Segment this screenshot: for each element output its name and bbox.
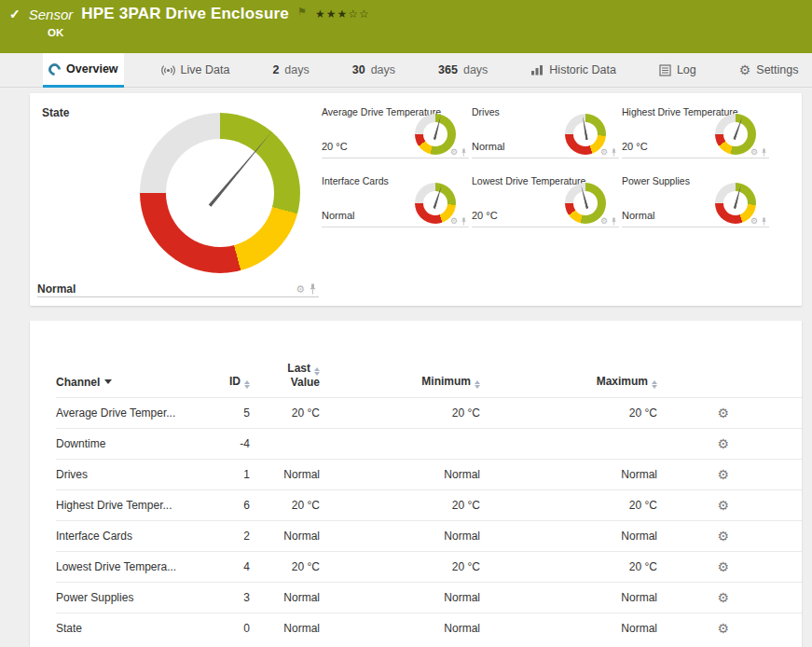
status-badge: OK [48, 27, 63, 38]
tab-overview[interactable]: Overview [43, 53, 124, 88]
page-title: HPE 3PAR Drive Enclosure [81, 5, 289, 23]
tab-2-days[interactable]: 2 days [267, 53, 314, 87]
channel-name: Drives [56, 468, 196, 481]
gear-icon[interactable]: ⚙ [450, 148, 458, 157]
channel-name: Average Drive Temper... [56, 406, 196, 420]
channel-maximum: Normal [480, 591, 657, 604]
channel-settings-icon[interactable]: ⚙ [717, 406, 729, 420]
channel-settings-icon[interactable]: ⚙ [717, 530, 729, 543]
flag-icon[interactable]: ⚑ [297, 6, 307, 18]
channel-id: 0 [196, 622, 250, 635]
gear-icon[interactable]: ⚙ [600, 148, 608, 157]
bar-chart-icon [530, 64, 544, 76]
channel-name: Power Supplies [56, 591, 196, 604]
tab-label: Overview [66, 62, 118, 76]
tab-label: Log [677, 63, 696, 76]
table-row[interactable]: Drives 1 Normal Normal Normal ⚙ [56, 459, 802, 489]
tab-historic-data[interactable]: Historic Data [525, 53, 622, 87]
gear-icon[interactable]: ⚙ [750, 148, 758, 157]
channel-settings-icon[interactable]: ⚙ [717, 591, 729, 604]
sort-descending-icon [104, 379, 112, 384]
channel-minimum: Normal [320, 530, 480, 543]
gear-icon[interactable]: ⚙ [450, 217, 458, 226]
tab-label: Settings [756, 63, 798, 76]
column-header-id[interactable]: ID [196, 375, 250, 389]
gear-icon[interactable]: ⚙ [750, 217, 758, 226]
channel-id: 2 [196, 530, 250, 543]
channel-maximum: 20 °C [480, 406, 657, 420]
table-row[interactable]: Average Drive Temper... 5 20 °C 20 °C 20… [56, 397, 802, 428]
state-gauge [140, 113, 300, 273]
pin-icon[interactable] [611, 217, 617, 226]
priority-stars[interactable]: ★★★☆☆ [315, 7, 370, 21]
column-header-minimum[interactable]: Minimum [320, 375, 480, 389]
channel-minimum: 20 °C [320, 499, 480, 512]
mini-gauge-grid: Average Drive Temperature 20 °C ⚙ Drives… [322, 104, 769, 227]
mini-gauge-label: Interface Cards [322, 173, 469, 186]
table-row[interactable]: State 0 Normal Normal Normal ⚙ [56, 613, 802, 643]
table-row[interactable]: Power Supplies 3 Normal Normal Normal ⚙ [56, 582, 802, 613]
tab-label: days [463, 63, 488, 76]
pin-icon[interactable] [309, 283, 317, 295]
state-gauge-value: Normal [37, 282, 76, 296]
channel-settings-icon[interactable]: ⚙ [717, 437, 729, 450]
channel-name: Highest Drive Temper... [56, 499, 196, 512]
table-row[interactable]: Highest Drive Temper... 6 20 °C 20 °C 20… [56, 489, 802, 520]
column-header-last-value[interactable]: Last Value [250, 362, 320, 389]
channel-minimum: 20 °C [320, 560, 480, 573]
pin-icon[interactable] [461, 217, 467, 226]
tab-365-days[interactable]: 365 days [433, 53, 493, 87]
tab-30-days[interactable]: 30 days [347, 53, 401, 87]
tab-label: days [284, 63, 309, 76]
channel-last-value: Normal [250, 468, 320, 481]
tab-settings[interactable]: ⚙ Settings [734, 53, 805, 87]
channel-table-panel: Channel ID Last Value Minimum Maximum Av… [30, 321, 802, 647]
channel-minimum: 20 °C [320, 406, 480, 420]
channel-settings-icon[interactable]: ⚙ [717, 560, 729, 573]
status-check-icon: ✓ [9, 7, 21, 21]
channel-last-value: 20 °C [250, 560, 320, 573]
sort-icon [652, 380, 657, 389]
channel-minimum: Normal [320, 622, 480, 635]
pin-icon[interactable] [761, 217, 767, 226]
channel-last-value: 20 °C [250, 499, 320, 512]
channel-settings-icon[interactable]: ⚙ [717, 468, 729, 481]
channel-settings-icon[interactable]: ⚙ [717, 622, 729, 635]
channel-minimum: Normal [320, 591, 480, 604]
mini-gauge-cell: Highest Drive Temperature 20 °C ⚙ [622, 104, 769, 158]
channel-settings-icon[interactable]: ⚙ [717, 499, 729, 512]
table-row[interactable]: Lowest Drive Tempera... 4 20 °C 20 °C 20… [56, 551, 802, 582]
gear-icon[interactable]: ⚙ [600, 217, 608, 226]
channel-id: 5 [196, 406, 250, 420]
channel-id: 3 [196, 591, 250, 604]
table-row[interactable]: Interface Cards 2 Normal Normal Normal ⚙ [56, 520, 802, 551]
channel-name: Lowest Drive Tempera... [56, 560, 196, 573]
mini-gauge-label: Lowest Drive Temperature [472, 173, 619, 186]
channel-id: 4 [196, 560, 250, 573]
mini-gauge-label: Average Drive Temperature [322, 104, 469, 117]
pin-icon[interactable] [461, 148, 467, 157]
object-kind-label: Sensor [29, 7, 74, 22]
mini-gauge-label: Power Supplies [622, 173, 769, 186]
tab-bar: Overview Live Data 2 days 30 days 365 da… [0, 53, 812, 88]
column-header-maximum[interactable]: Maximum [480, 375, 657, 389]
pin-icon[interactable] [761, 148, 767, 157]
channel-id: 1 [196, 468, 250, 481]
channel-table-header: Channel ID Last Value Minimum Maximum [56, 354, 802, 397]
mini-gauge-cell: Power Supplies Normal ⚙ [622, 173, 769, 227]
tab-live-data[interactable]: Live Data [156, 53, 236, 87]
tab-log[interactable]: Log [654, 53, 702, 87]
table-row[interactable]: Downtime -4 ⚙ [56, 428, 802, 459]
channel-last-value: Normal [250, 622, 320, 635]
tab-label: days [371, 63, 395, 76]
channel-name: Interface Cards [56, 530, 196, 543]
gear-icon[interactable]: ⚙ [296, 284, 305, 295]
channel-maximum: Normal [480, 468, 657, 481]
column-header-channel[interactable]: Channel [56, 376, 196, 389]
pin-icon[interactable] [611, 148, 617, 157]
mini-gauge-label: Highest Drive Temperature [622, 104, 769, 117]
channel-minimum: Normal [320, 468, 480, 481]
channel-last-value: 20 °C [250, 406, 320, 420]
mini-gauge-value: Normal [622, 210, 654, 221]
tab-label: Historic Data [549, 63, 616, 76]
